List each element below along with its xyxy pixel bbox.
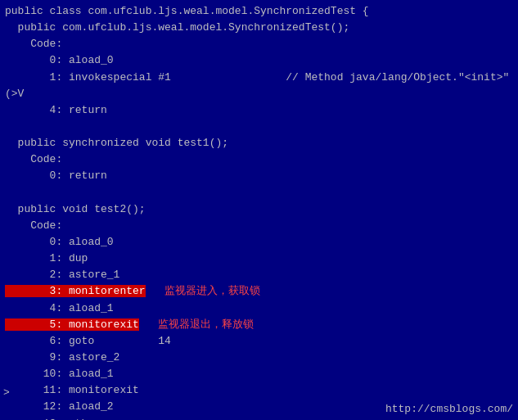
cursor: >: [3, 386, 10, 399]
code-line-12: [5, 185, 513, 201]
monitorenter-highlight: 3: monitorenter: [5, 285, 146, 297]
code-line-9: public synchronized void test1();: [5, 135, 513, 151]
code-line-10: Code:: [5, 151, 513, 168]
monitorenter-comment: 监视器进入，获取锁: [146, 285, 260, 297]
code-line-14: Code:: [5, 218, 513, 234]
code-line-21: 6: goto 14: [5, 333, 513, 350]
code-line-22: 9: astore_2: [5, 350, 513, 366]
code-line-7: 4: return: [5, 102, 513, 119]
monitorexit-comment: 监视器退出，释放锁: [139, 318, 254, 331]
url-label: http://cmsblogs.com/: [385, 403, 513, 415]
code-line-18: 3: monitorenter 监视器进入，获取锁: [5, 283, 513, 300]
code-line-16: 1: dup: [5, 251, 513, 267]
code-line-6: (>V: [5, 86, 513, 102]
code-line-24: 11: monitorexit: [5, 382, 513, 399]
code-line-13: public void test2();: [5, 201, 513, 218]
code-line-5: 1: invokespecial #1 // Method java/lang/…: [5, 70, 513, 86]
monitorexit-highlight: 5: monitorexit: [5, 318, 139, 331]
code-line-19: 4: aload_1: [5, 300, 513, 317]
code-line-20: 5: monitorexit 监视器退出，释放锁: [5, 317, 513, 333]
code-line-4: 0: aload_0: [5, 52, 513, 69]
code-line-2: public com.ufclub.ljs.weal.model.Synchro…: [5, 20, 513, 36]
code-line-3: Code:: [5, 36, 513, 52]
code-line-15: 0: aload_0: [5, 234, 513, 251]
code-line-1: public class com.ufclub.ljs.weal.model.S…: [5, 3, 513, 20]
code-line-11: 0: return: [5, 168, 513, 184]
code-line-8: [5, 119, 513, 135]
code-line-26: 13: athrow: [5, 416, 513, 420]
terminal-window: public class com.ufclub.ljs.weal.model.S…: [0, 0, 518, 420]
code-line-17: 2: astore_1: [5, 267, 513, 283]
code-line-23: 10: aload_1: [5, 366, 513, 382]
